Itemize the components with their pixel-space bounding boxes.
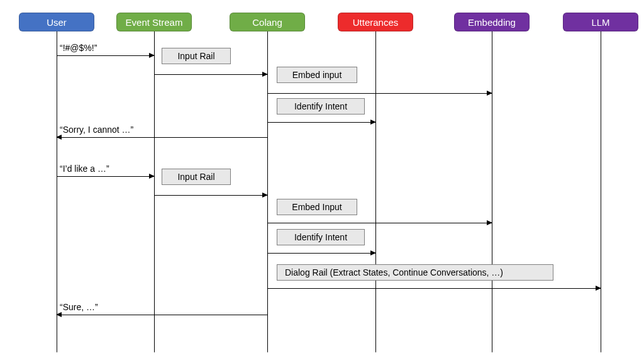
box-input-rail-1: Input Rail (162, 48, 231, 64)
msg-input-2: “I’d like a …” (60, 164, 109, 174)
lifeline-llm (601, 31, 601, 352)
participant-user: User (19, 13, 94, 31)
arrow-colang-to-embedding-1 (267, 93, 492, 94)
arrow-colang-to-user-sure (57, 315, 267, 315)
arrow-eventstream-to-colang-1 (154, 74, 267, 75)
arrow-user-to-eventstream-1 (57, 55, 154, 56)
arrow-colang-to-embedding-2 (267, 223, 492, 223)
arrow-eventstream-to-colang-2 (154, 195, 267, 196)
arrow-user-to-eventstream-2 (57, 176, 154, 177)
arrow-colang-to-user-sorry (57, 137, 267, 138)
lifeline-utterances (375, 31, 376, 352)
arrow-colang-to-llm (267, 288, 601, 289)
box-embed-input-1: Embed input (277, 67, 357, 83)
msg-sorry: “Sorry, I cannot …” (60, 125, 133, 135)
lifeline-colang (267, 31, 268, 352)
box-identify-intent-1: Identify Intent (277, 98, 365, 115)
box-dialog-rail: Dialog Rail (Extract States, Continue Co… (277, 264, 553, 281)
participant-embedding: Embedding (454, 13, 530, 31)
msg-input-1: “!#@$%!” (60, 43, 97, 53)
participant-event-stream: Event Stream (116, 13, 192, 31)
participant-colang: Colang (230, 13, 305, 31)
arrow-colang-to-utterances-1 (267, 122, 375, 123)
box-input-rail-2: Input Rail (162, 169, 231, 185)
box-identify-intent-2: Identify Intent (277, 229, 365, 245)
lifeline-event-stream (154, 31, 155, 352)
participant-llm: LLM (563, 13, 638, 31)
box-embed-input-2: Embed Input (277, 199, 357, 215)
lifeline-user (57, 31, 57, 352)
lifeline-embedding (492, 31, 492, 352)
msg-sure: “Sure, …” (60, 302, 98, 312)
arrow-colang-to-utterances-2 (267, 253, 375, 254)
participant-utterances: Utterances (338, 13, 413, 31)
